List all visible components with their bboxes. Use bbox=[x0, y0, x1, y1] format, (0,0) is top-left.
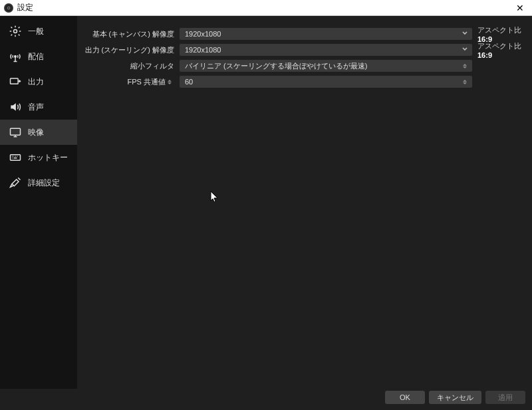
antenna-icon bbox=[8, 49, 23, 64]
output-resolution-combo[interactable]: 1920x1080 bbox=[180, 44, 472, 56]
fps-value: 60 bbox=[185, 78, 460, 86]
chevron-down-icon bbox=[460, 46, 469, 54]
app-icon bbox=[4, 3, 13, 13]
fps-combo[interactable]: 60 bbox=[180, 76, 472, 88]
sidebar-item-audio[interactable]: 音声 bbox=[0, 94, 77, 120]
cursor-icon bbox=[210, 191, 219, 204]
sidebar-item-video[interactable]: 映像 bbox=[0, 120, 77, 145]
monitor-icon bbox=[8, 125, 23, 140]
base-resolution-combo[interactable]: 1920x1080 bbox=[180, 28, 472, 40]
wrench-icon bbox=[8, 175, 23, 190]
close-button[interactable]: ✕ bbox=[512, 3, 528, 13]
chevron-down-icon bbox=[460, 30, 469, 38]
speaker-icon bbox=[8, 100, 23, 114]
row-fps: FPS 共通値 60 bbox=[77, 74, 525, 89]
spinner-icon bbox=[460, 80, 469, 84]
base-resolution-value: 1920x1080 bbox=[185, 30, 460, 38]
content-area: 基本 (キャンバス) 解像度 1920x1080 アスペクト比 16:9 出力 … bbox=[77, 16, 532, 389]
sidebar-item-label: 音声 bbox=[28, 102, 44, 113]
spinner-icon[interactable] bbox=[168, 80, 174, 84]
sidebar-item-label: 一般 bbox=[28, 26, 44, 37]
output-resolution-value: 1920x1080 bbox=[185, 46, 460, 54]
svg-point-3 bbox=[14, 30, 17, 33]
row-base-resolution: 基本 (キャンバス) 解像度 1920x1080 アスペクト比 16:9 bbox=[77, 27, 525, 41]
svg-rect-5 bbox=[11, 78, 19, 84]
spinner-icon bbox=[460, 64, 469, 68]
output-aspect: アスペクト比 16:9 bbox=[472, 41, 525, 59]
row-output-resolution: 出力 (スケーリング) 解像度 1920x1080 アスペクト比 16:9 bbox=[77, 43, 525, 57]
output-resolution-label: 出力 (スケーリング) 解像度 bbox=[77, 45, 180, 55]
base-resolution-label: 基本 (キャンバス) 解像度 bbox=[77, 29, 180, 39]
fps-label: FPS 共通値 bbox=[77, 77, 180, 87]
downscale-filter-value: バイリニア (スケーリングする場合ぼやけているが最速) bbox=[185, 61, 460, 71]
titlebar: 設定 ✕ bbox=[0, 0, 532, 16]
sidebar-item-output[interactable]: 出力 bbox=[0, 69, 77, 94]
svg-rect-7 bbox=[11, 155, 21, 160]
cancel-button[interactable]: キャンセル bbox=[429, 391, 481, 404]
sidebar-item-hotkeys[interactable]: ホットキー bbox=[0, 145, 77, 170]
sidebar-item-label: ホットキー bbox=[28, 152, 68, 163]
svg-rect-6 bbox=[11, 128, 21, 135]
keyboard-icon bbox=[8, 150, 23, 165]
sidebar-item-label: 映像 bbox=[28, 127, 44, 138]
sidebar-item-label: 詳細設定 bbox=[28, 177, 60, 189]
apply-button: 適用 bbox=[485, 391, 525, 404]
base-aspect: アスペクト比 16:9 bbox=[472, 25, 525, 43]
svg-point-2 bbox=[8, 7, 9, 9]
sidebar-item-label: 出力 bbox=[28, 76, 44, 88]
output-icon bbox=[8, 74, 23, 89]
row-downscale-filter: 縮小フィルタ バイリニア (スケーリングする場合ぼやけているが最速) bbox=[77, 58, 525, 73]
downscale-filter-combo[interactable]: バイリニア (スケーリングする場合ぼやけているが最速) bbox=[180, 60, 472, 72]
sidebar-item-stream[interactable]: 配信 bbox=[0, 44, 77, 69]
sidebar-item-label: 配信 bbox=[28, 51, 44, 62]
sidebar-item-advanced[interactable]: 詳細設定 bbox=[0, 170, 77, 195]
ok-button[interactable]: OK bbox=[385, 391, 425, 404]
gear-icon bbox=[8, 24, 23, 39]
footer: OK キャンセル 適用 bbox=[0, 389, 532, 410]
sidebar-item-general[interactable]: 一般 bbox=[0, 19, 77, 44]
sidebar: 一般 配信 出力 音声 映像 bbox=[0, 16, 77, 389]
downscale-filter-label: 縮小フィルタ bbox=[77, 61, 180, 71]
window-title: 設定 bbox=[17, 2, 33, 13]
